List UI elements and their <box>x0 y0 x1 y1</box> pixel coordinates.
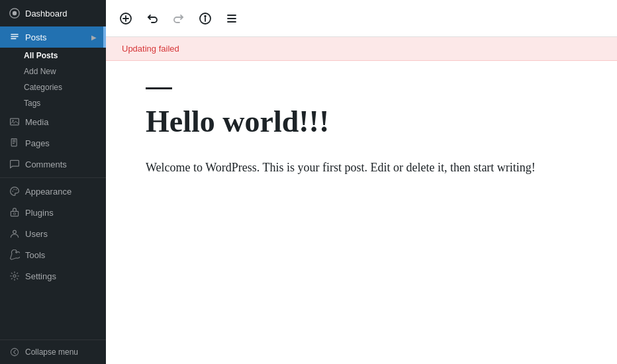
sidebar-item-settings[interactable]: Settings <box>0 265 106 287</box>
sidebar-sub-categories[interactable]: Categories <box>0 79 106 95</box>
sidebar-item-pages[interactable]: Pages <box>0 132 106 154</box>
media-icon <box>9 116 20 127</box>
collapse-menu[interactable]: Collapse menu <box>0 340 106 364</box>
sidebar-item-posts[interactable]: Posts ▶ <box>0 26 106 48</box>
dashboard-icon <box>9 8 20 19</box>
add-new-label: Add New <box>24 67 56 76</box>
sidebar-item-comments-label: Comments <box>25 159 67 169</box>
posts-arrow: ▶ <box>91 34 97 41</box>
sidebar-item-media[interactable]: Media <box>0 111 106 132</box>
sidebar-item-comments[interactable]: Comments <box>0 154 106 175</box>
sidebar-item-settings-label: Settings <box>25 271 56 281</box>
sidebar-item-users-label: Users <box>25 229 48 239</box>
post-separator <box>146 87 172 89</box>
toolbar <box>106 0 617 37</box>
sidebar-item-appearance-label: Appearance <box>25 187 71 197</box>
svg-rect-5 <box>13 142 16 142</box>
sidebar-item-appearance[interactable]: Appearance <box>0 181 106 202</box>
sidebar-item-tools[interactable]: Tools <box>0 244 106 265</box>
sidebar-sub-add-new[interactable]: Add New <box>0 64 106 79</box>
tools-icon <box>9 250 20 260</box>
svg-rect-1 <box>11 118 19 125</box>
all-posts-label: All Posts <box>24 51 58 60</box>
post-title[interactable]: Hello world!!! <box>146 105 577 139</box>
sidebar-sub-tags[interactable]: Tags <box>0 95 106 111</box>
sidebar-logo[interactable]: Dashboard <box>0 0 106 26</box>
sidebar: Dashboard Posts ▶ All Posts Add New Cate… <box>0 0 106 364</box>
editor-area[interactable]: Hello world!!! Welcome to WordPress. Thi… <box>106 61 617 364</box>
svg-point-2 <box>12 120 13 121</box>
sidebar-item-media-label: Media <box>25 117 48 127</box>
sidebar-item-plugins[interactable]: Plugins <box>0 202 106 223</box>
redo-button[interactable] <box>167 7 191 30</box>
details-button[interactable] <box>193 7 217 30</box>
svg-point-13 <box>13 275 16 277</box>
collapse-menu-label: Collapse menu <box>25 347 78 357</box>
error-banner: Updating failed <box>106 37 617 61</box>
comments-icon <box>9 159 20 169</box>
settings-icon <box>9 271 20 281</box>
svg-rect-11 <box>13 213 15 214</box>
svg-rect-10 <box>11 211 18 216</box>
sidebar-divider-1 <box>0 177 106 178</box>
main-content: Updating failed Hello world!!! Welcome t… <box>106 0 617 364</box>
svg-rect-6 <box>13 143 15 144</box>
post-body[interactable]: Welcome to WordPress. This is your first… <box>146 158 556 178</box>
sidebar-sub-all-posts[interactable]: All Posts <box>0 48 106 64</box>
list-view-button[interactable] <box>220 7 244 30</box>
svg-point-17 <box>205 15 206 17</box>
svg-point-9 <box>16 189 17 191</box>
sidebar-item-plugins-label: Plugins <box>25 208 54 218</box>
svg-point-7 <box>12 191 13 192</box>
users-icon <box>9 228 20 239</box>
categories-label: Categories <box>24 83 62 92</box>
sidebar-item-users[interactable]: Users <box>0 223 106 244</box>
error-message: Updating failed <box>122 44 179 54</box>
svg-point-12 <box>13 230 17 234</box>
sidebar-item-posts-label: Posts <box>25 32 47 42</box>
undo-button[interactable] <box>140 7 164 30</box>
collapse-icon <box>9 347 20 357</box>
svg-point-8 <box>13 189 15 190</box>
add-block-button[interactable] <box>114 7 138 30</box>
posts-icon <box>9 32 20 42</box>
plugins-icon <box>9 207 20 218</box>
svg-point-14 <box>11 348 18 355</box>
appearance-icon <box>9 186 20 197</box>
sidebar-item-tools-label: Tools <box>25 250 45 260</box>
sidebar-item-pages-label: Pages <box>25 138 50 148</box>
svg-rect-4 <box>13 140 16 140</box>
tags-label: Tags <box>24 99 40 108</box>
sidebar-logo-label: Dashboard <box>25 9 68 19</box>
pages-icon <box>9 138 20 148</box>
